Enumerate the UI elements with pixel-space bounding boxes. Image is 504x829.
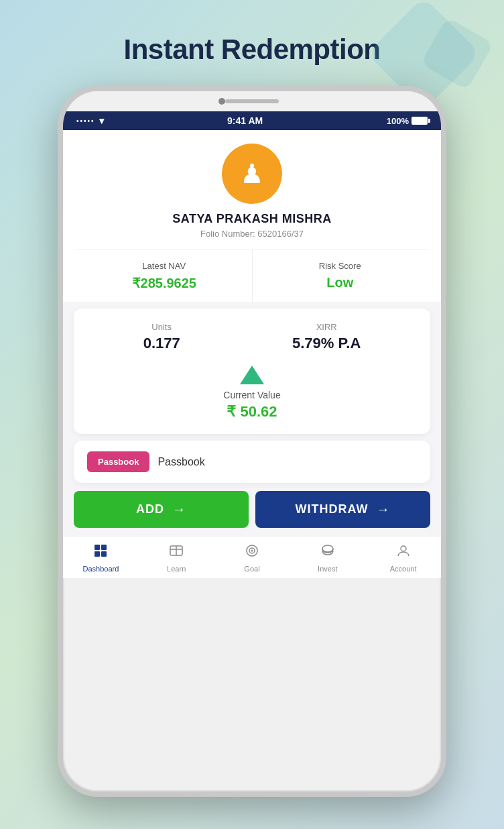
goal-nav-label: Goal xyxy=(244,565,259,573)
add-button[interactable]: ADD → xyxy=(74,491,249,528)
goal-icon xyxy=(245,543,259,562)
wifi-icon: ▾ xyxy=(99,115,104,126)
passbook-tab[interactable]: Passbook xyxy=(87,451,149,472)
nav-card: Latest NAV ₹285.9625 xyxy=(76,250,253,302)
nav-item-goal[interactable]: Goal xyxy=(232,543,272,573)
stats-row: Latest NAV ₹285.9625 Risk Score Low xyxy=(76,250,428,302)
signal-dots: ••••• xyxy=(76,117,95,125)
nav-item-learn[interactable]: Learn xyxy=(156,543,196,573)
folio-number: Folio Number: 6520166/37 xyxy=(200,229,304,239)
passbook-label: Passbook xyxy=(158,456,204,468)
user-avatar-icon: ♟ xyxy=(240,160,264,187)
svg-point-11 xyxy=(401,546,406,551)
action-buttons: ADD → WITHDRAW → xyxy=(63,483,441,536)
withdraw-button-label: WITHDRAW xyxy=(296,502,369,516)
units-label: Units xyxy=(143,322,180,332)
status-time: 9:41 AM xyxy=(227,115,263,126)
battery-icon xyxy=(412,117,428,125)
withdraw-button[interactable]: WITHDRAW → xyxy=(255,491,430,528)
current-value-section: Current Value ₹ 50.62 xyxy=(87,366,417,421)
units-value: 0.177 xyxy=(143,335,180,352)
xirr-label: XIRR xyxy=(292,322,361,332)
app-content: ♟ SATYA PRAKASH MISHRA Folio Number: 652… xyxy=(63,130,441,578)
risk-label: Risk Score xyxy=(266,261,415,271)
trend-up-icon xyxy=(240,366,264,384)
passbook-row[interactable]: Passbook Passbook xyxy=(74,441,430,483)
status-left: ••••• ▾ xyxy=(76,115,104,126)
profile-section: ♟ SATYA PRAKASH MISHRA Folio Number: 652… xyxy=(63,130,441,302)
account-nav-label: Account xyxy=(390,565,417,573)
svg-rect-2 xyxy=(94,551,100,557)
phone-frame: ••••• ▾ 9:41 AM 100% ♟ SATYA PRAKASH MIS… xyxy=(58,86,446,797)
risk-card: Risk Score Low xyxy=(253,250,428,302)
bottom-nav: Dashboard Learn xyxy=(63,536,441,578)
investment-card: Units 0.177 XIRR 5.79% P.A Current Value… xyxy=(74,309,430,434)
units-item: Units 0.177 xyxy=(143,322,180,352)
invest-icon xyxy=(320,543,335,562)
battery-percent: 100% xyxy=(387,116,409,126)
svg-rect-3 xyxy=(101,551,107,557)
xirr-value: 5.79% P.A xyxy=(292,335,361,352)
risk-value: Low xyxy=(266,275,415,290)
learn-nav-label: Learn xyxy=(167,565,186,573)
phone-camera xyxy=(218,98,225,105)
phone-speaker xyxy=(225,99,279,103)
avatar: ♟ xyxy=(222,144,282,204)
current-value: ₹ 50.62 xyxy=(227,403,277,421)
add-arrow-icon: → xyxy=(172,502,186,517)
dashboard-icon xyxy=(93,543,108,562)
nav-item-invest[interactable]: Invest xyxy=(308,543,348,573)
add-button-label: ADD xyxy=(136,502,164,516)
svg-rect-1 xyxy=(101,545,107,550)
learn-icon xyxy=(169,543,184,562)
status-bar: ••••• ▾ 9:41 AM 100% xyxy=(63,111,441,130)
nav-value: ₹285.9625 xyxy=(90,275,239,291)
svg-rect-0 xyxy=(94,545,100,550)
account-icon xyxy=(396,543,411,562)
nav-item-dashboard[interactable]: Dashboard xyxy=(80,543,121,573)
withdraw-arrow-icon: → xyxy=(376,502,390,517)
page-title: Instant Redemption xyxy=(123,34,380,66)
current-value-label: Current Value xyxy=(223,390,280,400)
user-name: SATYA PRAKASH MISHRA xyxy=(172,212,331,226)
status-right: 100% xyxy=(387,116,428,126)
svg-point-9 xyxy=(251,550,253,552)
phone-top xyxy=(63,91,441,111)
dashboard-nav-label: Dashboard xyxy=(82,565,119,573)
nav-label: Latest NAV xyxy=(90,261,239,271)
units-row: Units 0.177 XIRR 5.79% P.A xyxy=(87,322,417,352)
nav-item-account[interactable]: Account xyxy=(383,543,424,573)
xirr-item: XIRR 5.79% P.A xyxy=(292,322,361,352)
invest-nav-label: Invest xyxy=(318,565,337,573)
